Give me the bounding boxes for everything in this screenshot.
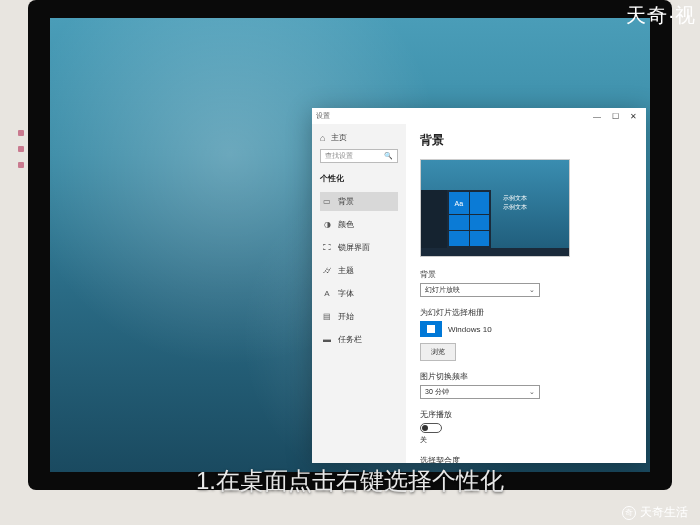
sidebar-item-label: 主题: [338, 265, 354, 276]
sidebar-item-start[interactable]: ▤ 开始: [320, 307, 398, 326]
browse-button[interactable]: 浏览: [420, 343, 456, 361]
taskbar-icon: ▬: [322, 335, 332, 344]
watermark-top-right: 天奇·视: [626, 2, 696, 29]
sidebar-home[interactable]: ⌂ 主页: [320, 130, 398, 145]
window-titlebar: 设置 — ☐ ✕: [312, 108, 646, 124]
settings-sidebar: ⌂ 主页 查找设置 🔍 个性化 ▭ 背景 ◑ 颜色: [312, 124, 406, 463]
sidebar-item-label: 颜色: [338, 219, 354, 230]
settings-window: 设置 — ☐ ✕ ⌂ 主页 查找设置 🔍 个性化: [312, 108, 646, 463]
preview-startmenu: Aa: [421, 190, 491, 248]
theme-icon: ⌭: [322, 266, 332, 275]
fit-label: 选择契合度: [420, 455, 632, 463]
window-title: 设置: [316, 111, 330, 121]
sidebar-item-themes[interactable]: ⌭ 主题: [320, 261, 398, 280]
album-name: Windows 10: [448, 325, 492, 334]
page-title: 背景: [420, 132, 632, 149]
sidebar-section-header: 个性化: [320, 173, 398, 184]
search-input[interactable]: 查找设置 🔍: [320, 149, 398, 163]
background-dropdown-value: 幻灯片放映: [425, 285, 460, 295]
background-dropdown[interactable]: 幻灯片放映 ⌄: [420, 283, 540, 297]
search-placeholder: 查找设置: [325, 151, 353, 161]
maximize-button[interactable]: ☐: [606, 108, 624, 124]
palette-icon: ◑: [322, 220, 332, 229]
chevron-down-icon: ⌄: [529, 286, 535, 294]
interval-dropdown[interactable]: 30 分钟 ⌄: [420, 385, 540, 399]
home-icon: ⌂: [320, 133, 325, 143]
shuffle-toggle[interactable]: [420, 423, 442, 433]
decor-left: [18, 130, 28, 190]
chevron-down-icon: ⌄: [529, 388, 535, 396]
shuffle-state: 关: [420, 435, 632, 445]
background-preview: Aa 示例文本 示例文本: [420, 159, 570, 257]
shuffle-label: 无序播放: [420, 409, 632, 420]
preview-tile-aa: Aa: [449, 192, 469, 214]
start-icon: ▤: [322, 312, 332, 321]
album-label: 为幻灯片选择相册: [420, 307, 632, 318]
minimize-button[interactable]: —: [588, 108, 606, 124]
watermark-bottom-right: 奇 天奇生活: [622, 504, 688, 521]
sidebar-item-label: 锁屏界面: [338, 242, 370, 253]
sidebar-item-background[interactable]: ▭ 背景: [320, 192, 398, 211]
tablet-frame: 设置 — ☐ ✕ ⌂ 主页 查找设置 🔍 个性化: [28, 0, 672, 490]
home-label: 主页: [331, 132, 347, 143]
sidebar-item-label: 开始: [338, 311, 354, 322]
sidebar-item-taskbar[interactable]: ▬ 任务栏: [320, 330, 398, 349]
sidebar-item-label: 字体: [338, 288, 354, 299]
lockscreen-icon: ⛶: [322, 243, 332, 252]
watermark-logo-icon: 奇: [622, 506, 636, 520]
interval-dropdown-value: 30 分钟: [425, 387, 449, 397]
font-icon: A: [322, 289, 332, 298]
settings-content: 背景 Aa: [406, 124, 646, 463]
sidebar-item-label: 任务栏: [338, 334, 362, 345]
search-icon: 🔍: [384, 152, 393, 160]
album-thumb: [420, 321, 442, 337]
interval-label: 图片切换频率: [420, 371, 632, 382]
preview-sample-text: 示例文本 示例文本: [503, 194, 527, 212]
sidebar-item-lockscreen[interactable]: ⛶ 锁屏界面: [320, 238, 398, 257]
background-dropdown-label: 背景: [420, 269, 632, 280]
sidebar-item-colors[interactable]: ◑ 颜色: [320, 215, 398, 234]
video-subtitle: 1.在桌面点击右键选择个性化: [196, 465, 504, 497]
sidebar-item-label: 背景: [338, 196, 354, 207]
album-row[interactable]: Windows 10: [420, 321, 632, 337]
preview-taskbar: [421, 248, 569, 256]
picture-icon: ▭: [322, 197, 332, 206]
close-button[interactable]: ✕: [624, 108, 642, 124]
sidebar-item-fonts[interactable]: A 字体: [320, 284, 398, 303]
desktop-wallpaper[interactable]: 设置 — ☐ ✕ ⌂ 主页 查找设置 🔍 个性化: [50, 18, 650, 472]
watermark-text: 天奇生活: [640, 504, 688, 521]
